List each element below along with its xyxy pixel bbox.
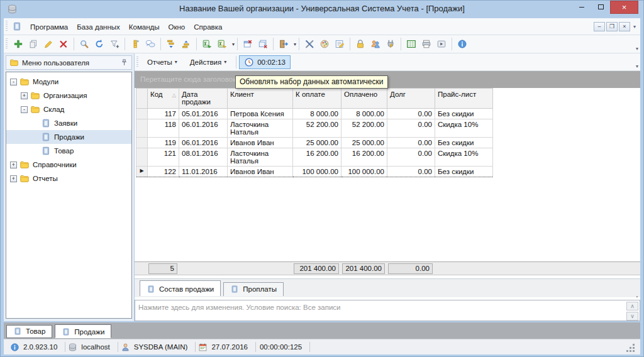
- filter-text[interactable]: Нажмите здесь для изменения. Условие пои…: [138, 304, 341, 311]
- filter-add-icon[interactable]: [107, 36, 122, 52]
- cell-date[interactable]: 06.01.2016: [179, 119, 228, 138]
- tree-item[interactable]: +Справочники: [6, 158, 131, 172]
- cell-to-pay[interactable]: 25 000.00: [293, 138, 341, 148]
- cell-date[interactable]: 05.01.2016: [179, 109, 228, 119]
- delete-icon[interactable]: [56, 36, 71, 52]
- column-header[interactable]: К оплате: [293, 89, 341, 109]
- chevron-down-icon[interactable]: ▾: [232, 41, 235, 47]
- info-icon[interactable]: [455, 36, 470, 52]
- filter-panel[interactable]: Нажмите здесь для изменения. Условие пои…: [135, 300, 640, 321]
- edit-notes-icon[interactable]: [332, 36, 347, 52]
- auto-refresh-timer-button[interactable]: 00:02:13: [239, 55, 291, 69]
- settings-tools-icon[interactable]: [302, 36, 317, 52]
- close-all-windows-icon[interactable]: [255, 36, 270, 52]
- cell-date[interactable]: 08.01.2016: [179, 148, 228, 167]
- toolbar-overflow-icon[interactable]: ▾: [634, 46, 640, 53]
- mdi-tab[interactable]: Товар: [6, 325, 52, 338]
- cell-code[interactable]: 119: [148, 138, 179, 148]
- cell-date[interactable]: 06.01.2016: [179, 138, 228, 148]
- cell-to-pay[interactable]: 52 200.00: [293, 119, 341, 138]
- column-header[interactable]: Клиент: [228, 89, 293, 109]
- cell-price-list[interactable]: Скидка 10%: [435, 119, 493, 138]
- exit-menu-icon[interactable]: [276, 36, 291, 52]
- menu-item[interactable]: Справка: [189, 21, 226, 33]
- table-row[interactable]: 12108.01.2016Ласточкина Наталья16 200.00…: [136, 148, 493, 167]
- cell-client[interactable]: Петрова Ксения: [228, 109, 293, 119]
- cell-client[interactable]: Иванов Иван: [228, 167, 293, 177]
- table-row[interactable]: 11806.01.2016Ласточкина Наталья52 200.00…: [136, 119, 493, 138]
- cell-price-list[interactable]: Скидка 10%: [435, 148, 493, 167]
- power-icon[interactable]: [383, 36, 398, 52]
- run-icon[interactable]: [434, 36, 449, 52]
- search-icon[interactable]: [77, 36, 92, 52]
- print-icon[interactable]: [419, 36, 434, 52]
- menu-item[interactable]: База данных: [72, 21, 125, 33]
- refresh-icon[interactable]: [92, 36, 107, 52]
- appearance-palette-icon[interactable]: [317, 36, 332, 52]
- chevron-down-icon[interactable]: ▾: [294, 41, 296, 47]
- toolbar-overflow-icon[interactable]: ▾: [634, 63, 640, 70]
- toolbar-grip[interactable]: [136, 57, 138, 68]
- cell-client[interactable]: Ласточкина Наталья: [228, 119, 293, 138]
- users-icon[interactable]: [368, 36, 383, 52]
- tree-collapse-icon[interactable]: [179, 36, 194, 52]
- mdi-minimize-button[interactable]: –: [594, 22, 605, 31]
- cell-code[interactable]: 122: [148, 167, 179, 177]
- close-window-icon[interactable]: [240, 36, 255, 52]
- cell-paid[interactable]: 25 000.00: [341, 138, 387, 148]
- scroll-up-icon[interactable]: ∧: [626, 302, 638, 310]
- column-header[interactable]: Прайс-лист: [435, 89, 493, 109]
- cell-price-list[interactable]: Без скидки: [435, 109, 493, 119]
- export-menu-icon[interactable]: [214, 36, 230, 52]
- cell-code[interactable]: 118: [148, 119, 179, 138]
- tree-expander-icon[interactable]: -: [10, 79, 17, 85]
- column-header[interactable]: Дата продажи: [179, 89, 228, 109]
- tree-item[interactable]: Заявки: [6, 116, 131, 130]
- cell-price-list[interactable]: Без скидки: [435, 167, 493, 177]
- cell-paid[interactable]: 8 000.00: [341, 109, 387, 119]
- tree-item[interactable]: Продажи: [6, 130, 131, 144]
- tree-item[interactable]: Товар: [6, 144, 131, 158]
- cell-to-pay[interactable]: 8 000.00: [293, 109, 341, 119]
- cell-debt[interactable]: 0.00: [387, 109, 435, 119]
- chevron-down-icon[interactable]: ▾: [631, 24, 638, 30]
- cell-to-pay[interactable]: 100 000.00: [293, 167, 341, 177]
- reports-button[interactable]: Отчеты▾: [142, 55, 183, 69]
- cell-paid[interactable]: 100 000.00: [341, 167, 387, 177]
- detail-tab[interactable]: Состав продажи: [140, 280, 221, 296]
- cell-debt[interactable]: 0.00: [387, 138, 435, 148]
- cell-date[interactable]: 11.01.2016: [179, 167, 228, 177]
- info-icon[interactable]: [10, 343, 19, 352]
- menu-item[interactable]: Окно: [164, 21, 190, 33]
- tree-item[interactable]: -Модули: [6, 75, 131, 89]
- table-row[interactable]: ▶12211.01.2016Иванов Иван100 000.00100 0…: [136, 167, 493, 177]
- cell-to-pay[interactable]: 16 200.00: [293, 148, 341, 167]
- cell-paid[interactable]: 16 200.00: [341, 148, 387, 167]
- toolbar-grip[interactable]: [6, 38, 8, 50]
- cell-code[interactable]: 121: [148, 148, 179, 167]
- edit-icon[interactable]: [41, 36, 56, 52]
- lock-icon[interactable]: [353, 36, 368, 52]
- mdi-close-button[interactable]: ×: [619, 22, 630, 31]
- cell-paid[interactable]: 52 200.00: [341, 119, 387, 138]
- actions-button[interactable]: Действия▾: [184, 55, 232, 69]
- tree-item[interactable]: +Отчеты: [6, 172, 131, 185]
- tree-expand-icon[interactable]: [164, 36, 179, 52]
- column-header[interactable]: Код△: [148, 89, 179, 109]
- scroll-down-icon[interactable]: ∨: [626, 312, 638, 321]
- cell-debt[interactable]: 0.00: [387, 119, 435, 138]
- cell-code[interactable]: 117: [148, 109, 179, 119]
- adjust-columns-icon[interactable]: [128, 36, 143, 52]
- close-button[interactable]: ×: [610, 1, 638, 14]
- toolbar-grip[interactable]: [6, 21, 8, 32]
- cell-debt[interactable]: 0.00: [387, 148, 435, 167]
- pin-icon[interactable]: [120, 58, 128, 67]
- minimize-button[interactable]: –: [572, 1, 591, 14]
- cell-price-list[interactable]: Без скидки: [435, 138, 493, 148]
- export-excel-icon[interactable]: [199, 36, 214, 52]
- menu-item[interactable]: Программа: [26, 21, 72, 33]
- tree-item[interactable]: +Организация: [6, 89, 131, 102]
- cell-debt[interactable]: 0.00: [387, 167, 435, 177]
- mdi-restore-button[interactable]: ❐: [606, 22, 618, 31]
- column-header[interactable]: Долг: [387, 89, 435, 109]
